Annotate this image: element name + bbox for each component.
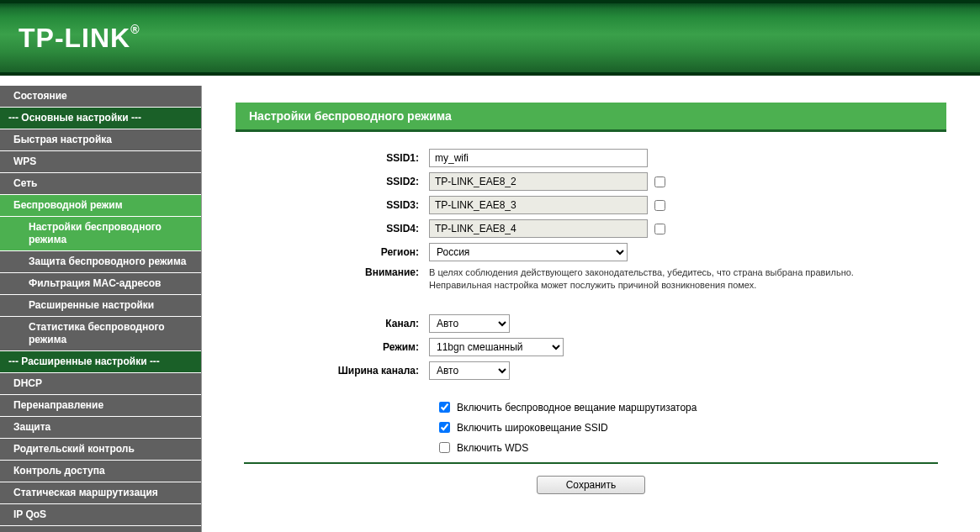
sidebar-sub-wireless-settings[interactable]: Настройки беспроводного режима bbox=[0, 217, 201, 251]
sidebar-section-basic: --- Основные настройки --- bbox=[0, 108, 201, 129]
sidebar-sub-wireless-security[interactable]: Защита беспроводного режима bbox=[0, 251, 201, 273]
input-ssid3[interactable] bbox=[429, 196, 648, 214]
label-ssid-broadcast: Включить широковещание SSID bbox=[457, 422, 608, 434]
sidebar-item-security[interactable]: Защита bbox=[0, 417, 201, 439]
label-region: Регион: bbox=[244, 246, 429, 258]
label-width: Ширина канала: bbox=[244, 365, 429, 377]
checkbox-enable-radio[interactable] bbox=[439, 402, 450, 413]
label-channel: Канал: bbox=[244, 318, 429, 329]
label-enable-radio: Включить беспроводное вещание маршрутиза… bbox=[457, 402, 697, 413]
warning-text: В целях соблюдения действующего законода… bbox=[429, 266, 900, 292]
panel-title: Настройки беспроводного режима bbox=[236, 103, 946, 132]
sidebar-item-static-routing[interactable]: Статическая маршрутизация bbox=[0, 482, 201, 504]
label-warning: Внимание: bbox=[244, 266, 429, 278]
label-wds: Включить WDS bbox=[457, 442, 528, 454]
sidebar-sub-wireless-stats[interactable]: Статистика беспроводного режима bbox=[0, 317, 201, 351]
sidebar-item-wps[interactable]: WPS bbox=[0, 151, 201, 173]
checkbox-enable-ssid4[interactable] bbox=[654, 224, 665, 234]
input-ssid2[interactable] bbox=[429, 172, 648, 191]
checkbox-wds[interactable] bbox=[439, 442, 450, 453]
label-mode: Режим: bbox=[244, 341, 429, 353]
sidebar-sub-mac-filter[interactable]: Фильтрация MAC-адресов bbox=[0, 273, 201, 295]
checkbox-enable-ssid2[interactable] bbox=[654, 176, 665, 187]
brand-logo: TP-LINK® bbox=[19, 23, 140, 54]
checkbox-ssid-broadcast[interactable] bbox=[439, 422, 450, 433]
sidebar-item-status[interactable]: Состояние bbox=[0, 86, 201, 108]
sidebar-item-wireless[interactable]: Беспроводной режим bbox=[0, 195, 201, 217]
label-ssid3: SSID3: bbox=[244, 199, 429, 211]
input-ssid4[interactable] bbox=[429, 219, 648, 238]
sidebar-item-parental[interactable]: Родительский контроль bbox=[0, 439, 201, 461]
app-header: TP-LINK® bbox=[0, 0, 980, 76]
checkbox-enable-ssid3[interactable] bbox=[654, 200, 665, 211]
sidebar-item-forwarding[interactable]: Перенаправление bbox=[0, 395, 201, 417]
input-ssid1[interactable] bbox=[429, 149, 648, 167]
sidebar-item-access-control[interactable]: Контроль доступа bbox=[0, 461, 201, 482]
label-ssid1: SSID1: bbox=[244, 152, 429, 164]
main-content: Настройки беспроводного режима SSID1: SS… bbox=[202, 86, 980, 532]
sidebar-item-ipmac-binding[interactable]: Привязка IP- и MAC-адресов bbox=[0, 526, 201, 532]
select-channel-width[interactable]: Авто bbox=[429, 361, 510, 380]
sidebar-item-dhcp[interactable]: DHCP bbox=[0, 373, 201, 395]
select-channel[interactable]: Авто bbox=[429, 314, 510, 333]
sidebar-sub-wireless-advanced[interactable]: Расширенные настройки bbox=[0, 295, 201, 317]
select-mode[interactable]: 11bgn смешанный bbox=[429, 338, 564, 356]
label-ssid2: SSID2: bbox=[244, 176, 429, 187]
sidebar-section-advanced: --- Расширенные настройки --- bbox=[0, 351, 201, 373]
sidebar-nav: Состояние --- Основные настройки --- Быс… bbox=[0, 86, 202, 532]
save-button[interactable]: Сохранить bbox=[537, 476, 646, 494]
sidebar-item-quick-setup[interactable]: Быстрая настройка bbox=[0, 129, 201, 151]
label-ssid4: SSID4: bbox=[244, 223, 429, 234]
sidebar-item-qos[interactable]: IP QoS bbox=[0, 504, 201, 526]
sidebar-item-network[interactable]: Сеть bbox=[0, 173, 201, 195]
select-region[interactable]: Россия bbox=[429, 243, 628, 261]
